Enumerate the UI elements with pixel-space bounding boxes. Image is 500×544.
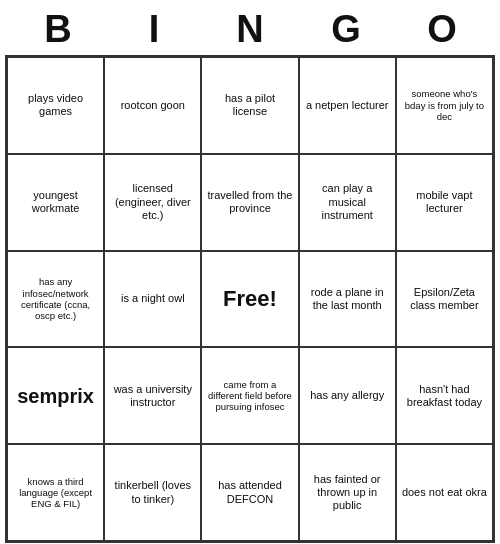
cell-r4c4[interactable]: does not eat okra	[396, 444, 493, 541]
cell-r0c2[interactable]: has a pilot license	[201, 57, 298, 154]
cell-r4c0[interactable]: knows a third language (except ENG & FIL…	[7, 444, 104, 541]
cell-r0c1[interactable]: rootcon goon	[104, 57, 201, 154]
cell-r3c3[interactable]: has any allergy	[299, 347, 396, 444]
header-letter-g: G	[302, 8, 390, 51]
cell-r1c0[interactable]: youngest workmate	[7, 154, 104, 251]
bingo-header: BINGO	[10, 0, 490, 55]
header-letter-i: I	[110, 8, 198, 51]
header-letter-n: N	[206, 8, 294, 51]
cell-r1c1[interactable]: licensed (engineer, diver etc.)	[104, 154, 201, 251]
cell-r0c0[interactable]: plays video games	[7, 57, 104, 154]
cell-r0c4[interactable]: someone who's bday is from july to dec	[396, 57, 493, 154]
cell-r0c3[interactable]: a netpen lecturer	[299, 57, 396, 154]
cell-r4c2[interactable]: has attended DEFCON	[201, 444, 298, 541]
cell-r4c1[interactable]: tinkerbell (loves to tinker)	[104, 444, 201, 541]
cell-r1c4[interactable]: mobile vapt lecturer	[396, 154, 493, 251]
cell-r1c2[interactable]: travelled from the province	[201, 154, 298, 251]
cell-r2c1[interactable]: is a night owl	[104, 251, 201, 348]
bingo-grid: plays video gamesrootcon goonhas a pilot…	[5, 55, 495, 543]
cell-r2c3[interactable]: rode a plane in the last month	[299, 251, 396, 348]
cell-r3c2[interactable]: came from a different field before pursu…	[201, 347, 298, 444]
cell-r2c0[interactable]: has any infosec/network certificate (ccn…	[7, 251, 104, 348]
cell-r3c4[interactable]: hasn't had breakfast today	[396, 347, 493, 444]
header-letter-b: B	[14, 8, 102, 51]
cell-r3c1[interactable]: was a university instructor	[104, 347, 201, 444]
header-letter-o: O	[398, 8, 486, 51]
cell-r2c4[interactable]: Epsilon/Zeta class member	[396, 251, 493, 348]
cell-r1c3[interactable]: can play a musical instrument	[299, 154, 396, 251]
cell-r2c2[interactable]: Free!	[201, 251, 298, 348]
cell-r3c0[interactable]: semprix	[7, 347, 104, 444]
cell-r4c3[interactable]: has fainted or thrown up in public	[299, 444, 396, 541]
